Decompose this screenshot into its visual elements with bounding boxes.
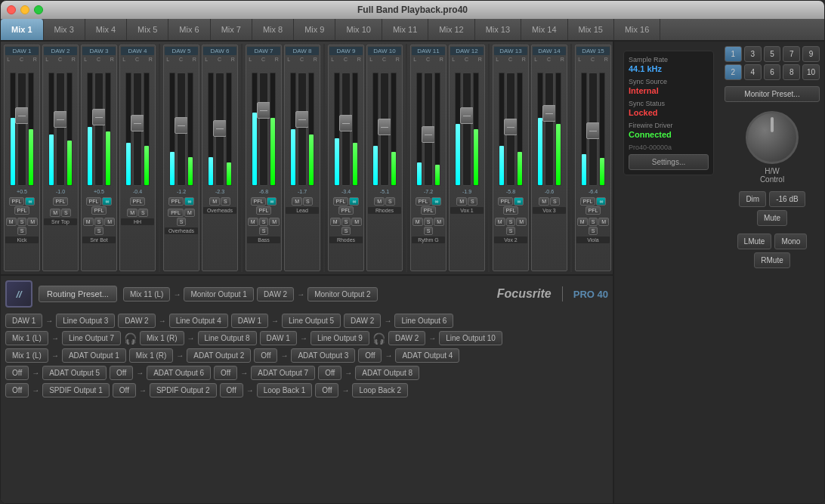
tab-mix6[interactable]: Mix 6 <box>168 19 210 40</box>
maximize-button[interactable] <box>34 5 43 14</box>
line-out7-dst[interactable]: Line Output 7 <box>62 331 121 345</box>
m-btn[interactable]: M <box>6 218 17 226</box>
m-btn2[interactable]: M <box>104 218 115 226</box>
hw-control-knob[interactable] <box>746 111 799 164</box>
s-btn[interactable]: S <box>589 218 598 226</box>
s-btn[interactable]: S <box>303 197 313 206</box>
routing-preset-button[interactable]: Routing Preset... <box>39 286 117 302</box>
off-loop1-src[interactable]: Off <box>220 383 243 397</box>
fader[interactable] <box>462 73 471 186</box>
tab-mix4[interactable]: Mix 4 <box>85 19 127 40</box>
link-btn[interactable]: ∞ <box>184 197 194 206</box>
daw2-lo4-src[interactable]: DAW 2 <box>118 314 155 328</box>
m-btn[interactable]: M <box>248 218 258 226</box>
link-btn[interactable]: ∞ <box>267 197 277 206</box>
pfl-btn2[interactable]: PFL <box>586 206 601 215</box>
tab-mix10[interactable]: Mix 10 <box>335 19 382 40</box>
loop-back2-dst[interactable]: Loop Back 2 <box>352 383 408 397</box>
pfl-btn2[interactable]: PFL <box>168 209 184 217</box>
m-btn[interactable]: M <box>292 197 302 206</box>
m-btn2[interactable]: M <box>434 218 444 226</box>
mute-button[interactable]: Mute <box>757 210 787 226</box>
s-btn[interactable]: S <box>550 197 560 206</box>
s-btn2[interactable]: S <box>589 227 598 235</box>
pfl-btn[interactable]: PFL <box>251 197 267 206</box>
adat-out2-dst[interactable]: ADAT Output 2 <box>187 348 251 363</box>
m-btn[interactable]: M <box>209 197 220 206</box>
s-btn2[interactable]: S <box>341 227 351 235</box>
daw2-lo10-src[interactable]: DAW 2 <box>388 331 425 345</box>
off-adat3-src[interactable]: Off <box>254 348 277 363</box>
line-out3-dst[interactable]: Line Output 3 <box>56 314 115 328</box>
settings-button[interactable]: Settings... <box>629 154 709 170</box>
off-adat8-src[interactable]: Off <box>318 366 341 380</box>
s-btn2[interactable]: S <box>259 227 269 235</box>
line-out6-dst[interactable]: Line Output 6 <box>394 314 453 328</box>
mix1l-adat1-src[interactable]: Mix 1 (L) <box>5 348 48 363</box>
s-btn2[interactable]: S <box>17 227 27 235</box>
mon-btn-9[interactable]: 9 <box>802 46 820 62</box>
monitor-out2-button[interactable]: Monitor Output 2 <box>307 287 377 301</box>
fader[interactable] <box>17 73 26 186</box>
pfl-btn[interactable]: PFL <box>333 197 349 206</box>
loop-back1-dst[interactable]: Loop Back 1 <box>257 383 313 397</box>
link-btn[interactable]: ∞ <box>596 197 606 206</box>
s-btn[interactable]: S <box>61 209 71 217</box>
pfl-btn[interactable]: PFL <box>9 197 25 206</box>
daw1-lo3-src[interactable]: DAW 1 <box>5 314 42 328</box>
off-adat7-src[interactable]: Off <box>214 366 237 380</box>
pfl-btn[interactable]: PFL <box>580 197 596 206</box>
line-out10-dst[interactable]: Line Output 10 <box>439 331 502 345</box>
adat-out6-dst[interactable]: ADAT Output 6 <box>147 366 211 380</box>
pfl-btn[interactable]: PFL <box>86 197 102 206</box>
link-btn[interactable]: ∞ <box>25 197 35 206</box>
tab-mix16[interactable]: Mix 16 <box>614 19 660 40</box>
daw2-lo6-src[interactable]: DAW 2 <box>344 314 381 328</box>
pfl-btn[interactable]: PFL <box>498 197 514 206</box>
pfl-btn[interactable]: PFL <box>168 197 184 206</box>
off-adat6-src[interactable]: Off <box>110 366 133 380</box>
fader[interactable] <box>259 73 268 186</box>
line-out5-dst[interactable]: Line Output 5 <box>282 314 341 328</box>
m-btn[interactable]: M <box>330 218 341 226</box>
pfl-btn[interactable]: PFL <box>130 197 146 206</box>
db-button[interactable]: -16 dB <box>769 191 805 207</box>
fader[interactable] <box>545 73 554 186</box>
mon-btn-10[interactable]: 10 <box>802 64 820 80</box>
s-btn2[interactable]: S <box>424 227 434 235</box>
s-btn[interactable]: S <box>259 218 269 226</box>
m-btn2[interactable]: M <box>27 218 38 226</box>
m-btn[interactable]: M <box>456 197 467 206</box>
daw1-lo5-src[interactable]: DAW 1 <box>231 314 268 328</box>
mix1l-lo7-src[interactable]: Mix 1 (L) <box>5 331 48 345</box>
monitor-preset-button[interactable]: Monitor Preset... <box>725 86 820 102</box>
m-btn[interactable]: M <box>50 209 60 217</box>
mon-btn-4[interactable]: 4 <box>744 64 762 80</box>
fader[interactable] <box>133 73 142 186</box>
line-out9-dst[interactable]: Line Output 9 <box>311 331 369 345</box>
pfl-btn2[interactable]: PFL <box>91 206 107 215</box>
s-btn[interactable]: S <box>138 209 148 217</box>
adat-out3-dst[interactable]: ADAT Output 3 <box>291 348 355 363</box>
rmute-button[interactable]: RMute <box>754 252 789 268</box>
dim-button[interactable]: Dim <box>739 191 766 207</box>
daw2-monitor-button[interactable]: DAW 2 <box>257 287 294 301</box>
mon-btn-8[interactable]: 8 <box>783 64 800 80</box>
m-btn[interactable]: M <box>539 197 549 206</box>
adat-out5-dst[interactable]: ADAT Output 5 <box>42 366 107 380</box>
pfl-btn2[interactable]: PFL <box>503 206 519 215</box>
mix1r-lo8-src[interactable]: Mix 1 (R) <box>140 331 184 345</box>
fader[interactable] <box>380 73 389 186</box>
tab-mix7[interactable]: Mix 7 <box>211 19 252 40</box>
fader[interactable] <box>341 73 351 186</box>
mon-btn-3[interactable]: 3 <box>744 46 762 62</box>
s-btn[interactable]: S <box>385 197 395 206</box>
monitor-out1-button[interactable]: Monitor Output 1 <box>184 287 253 301</box>
m-btn[interactable]: M <box>374 197 385 206</box>
link-btn[interactable]: ∞ <box>102 197 112 206</box>
tab-mix9[interactable]: Mix 9 <box>294 19 335 40</box>
s-btn2[interactable]: S <box>506 227 516 235</box>
tab-mix14[interactable]: Mix 14 <box>521 19 567 40</box>
s-btn[interactable]: S <box>94 218 104 226</box>
spdif-out1-dst[interactable]: SPDIF Output 1 <box>42 383 110 397</box>
